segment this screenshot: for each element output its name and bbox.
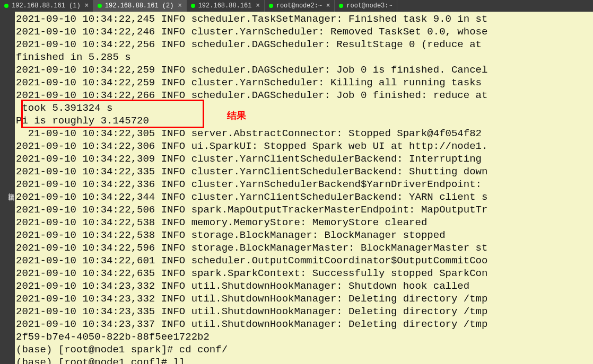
tab-2[interactable]: 192.168.88.161 × xyxy=(187,0,265,12)
sidebar-quick-edit[interactable]: 快捷编辑 xyxy=(0,12,15,364)
status-dot-icon xyxy=(269,4,273,8)
status-dot-icon xyxy=(339,4,343,8)
close-icon[interactable]: × xyxy=(326,2,330,10)
tab-label: root@node3:~ xyxy=(346,2,392,10)
tab-label: 192.168.88.161 xyxy=(198,2,252,10)
tab-label: 192.168.88.161 (1) xyxy=(12,2,81,10)
tab-label: root@node2:~ xyxy=(276,2,322,10)
tab-label: 192.168.88.161 (2) xyxy=(105,2,174,10)
tab-3[interactable]: root@node2:~ × xyxy=(265,0,335,12)
tab-4[interactable]: root@node3:~ xyxy=(335,0,397,12)
tab-bar: 192.168.88.161 (1) × 192.168.88.161 (2) … xyxy=(0,0,593,12)
tab-0[interactable]: 192.168.88.161 (1) × xyxy=(0,0,93,12)
status-dot-icon xyxy=(4,4,8,8)
close-icon[interactable]: × xyxy=(178,2,181,10)
sidebar-label: 快捷编辑 xyxy=(8,188,14,192)
status-dot-icon xyxy=(191,4,195,8)
status-dot-icon xyxy=(98,4,102,8)
terminal-output[interactable]: 2021-09-10 10:34:22,245 INFO scheduler.T… xyxy=(15,12,593,364)
tab-1[interactable]: 192.168.88.161 (2) × xyxy=(93,0,187,12)
close-icon[interactable]: × xyxy=(256,2,259,10)
close-icon[interactable]: × xyxy=(85,2,89,10)
